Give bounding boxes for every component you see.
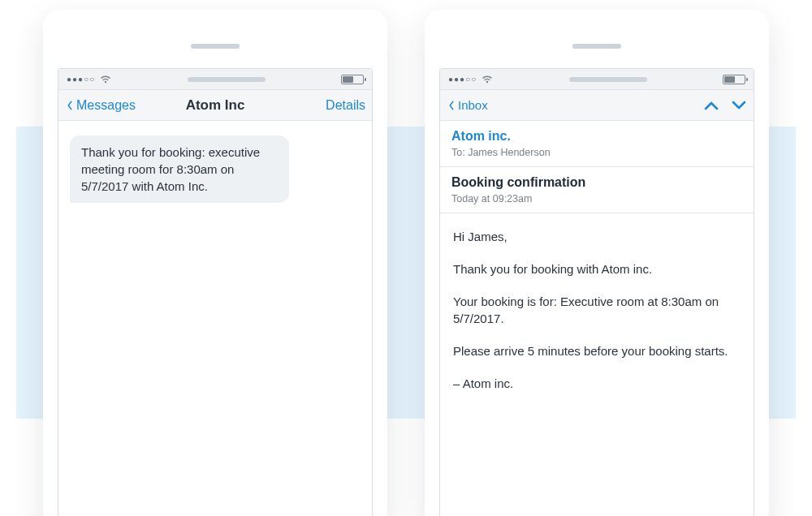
details-button[interactable]: Details — [326, 98, 365, 113]
email-body-line: Hi James, — [453, 228, 741, 246]
email-navbar: Inbox — [440, 90, 754, 121]
email-to: To: James Henderson — [451, 147, 742, 158]
incoming-message-bubble[interactable]: Thank you for booking: executive meeting… — [70, 135, 289, 203]
battery-icon — [723, 75, 745, 84]
chevron-left-icon — [447, 101, 456, 110]
back-button[interactable]: Messages — [65, 98, 136, 113]
email-sender-block[interactable]: Atom inc. To: James Henderson — [440, 121, 754, 167]
email-body-line: Thank you for booking with Atom inc. — [453, 260, 741, 278]
status-right — [723, 75, 745, 84]
battery-icon — [341, 75, 364, 84]
details-label: Details — [326, 98, 365, 113]
email-subject-block: Booking confirmation Today at 09:23am — [440, 167, 754, 213]
status-left: ●●●○○ — [67, 75, 111, 84]
status-bar: ●●●○○ — [58, 69, 372, 90]
status-right — [341, 75, 364, 84]
sms-navbar: Messages Atom Inc Details — [58, 90, 372, 121]
message-area[interactable]: Thank you for booking: executive meeting… — [58, 121, 372, 516]
status-center — [111, 77, 341, 82]
email-body-signoff: – Atom inc. — [453, 375, 741, 393]
phone-email: ●●●○○ Inbox — [425, 10, 769, 516]
chevron-left-icon — [65, 101, 75, 110]
phone-speaker — [572, 44, 621, 49]
status-left: ●●●○○ — [448, 75, 493, 84]
back-label: Messages — [76, 98, 136, 113]
email-body-line: Please arrive 5 minutes before your book… — [453, 342, 741, 360]
previous-message-button[interactable] — [703, 100, 719, 111]
notch-bar-icon — [569, 77, 647, 82]
sms-screen: ●●●○○ Messages Atom Inc Details — [58, 68, 373, 516]
back-button[interactable]: Inbox — [447, 98, 488, 112]
status-bar: ●●●○○ — [440, 69, 754, 90]
signal-dots-icon: ●●●○○ — [448, 75, 477, 84]
wifi-icon — [100, 75, 111, 84]
chevron-up-icon — [703, 100, 719, 111]
email-subject: Booking confirmation — [451, 175, 742, 190]
notch-bar-icon — [188, 77, 266, 82]
phone-row: ●●●○○ Messages Atom Inc Details — [0, 10, 812, 516]
email-from: Atom inc. — [451, 129, 742, 144]
status-center — [493, 77, 723, 82]
next-message-button[interactable] — [731, 100, 747, 111]
signal-dots-icon: ●●●○○ — [67, 75, 95, 84]
back-label: Inbox — [458, 98, 488, 112]
email-body[interactable]: Hi James, Thank you for booking with Ato… — [440, 213, 754, 407]
email-screen: ●●●○○ Inbox — [439, 68, 754, 516]
phone-speaker — [191, 44, 240, 49]
email-body-line: Your booking is for: Executive room at 8… — [453, 293, 741, 329]
wifi-icon — [482, 75, 493, 84]
chevron-down-icon — [731, 100, 747, 111]
phone-sms: ●●●○○ Messages Atom Inc Details — [43, 10, 387, 516]
email-timestamp: Today at 09:23am — [451, 193, 742, 204]
